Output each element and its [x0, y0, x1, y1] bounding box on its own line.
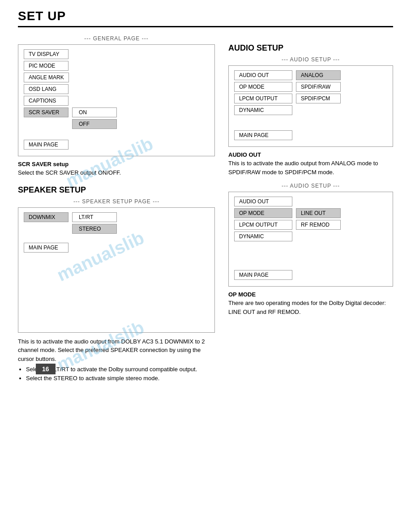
audio-setup-header: AUDIO SETUP: [228, 43, 393, 53]
audio-label1: --- AUDIO SETUP ---: [228, 56, 393, 63]
menu-row-main-page-speaker: MAIN PAGE: [24, 243, 209, 253]
audio-menu-box2: AUDIO OUT OP MODE LINE OUT LPCM OUTPUT R…: [228, 192, 393, 287]
menu-item-line-out[interactable]: LINE OUT: [296, 208, 341, 218]
menu-item-dynamic-1[interactable]: DYNAMIC: [234, 105, 292, 115]
menu-item-dynamic-2[interactable]: DYNAMIC: [234, 232, 292, 241]
speaker-label: --- SPEAKER SETUP PAGE ---: [18, 198, 215, 205]
menu-item-tv-display[interactable]: TV DISPLAY: [24, 49, 68, 59]
menu-row-main-page-audio1: MAIN PAGE: [234, 130, 387, 140]
value-ltrt[interactable]: LT/RT: [72, 212, 117, 222]
menu-item-spdif-pcm[interactable]: SPDIF/PCM: [296, 94, 341, 103]
speaker-desc: This is to activate the audio output fro…: [18, 337, 215, 364]
audio-row-audioout2: AUDIO OUT: [234, 197, 387, 206]
menu-row-captions: CAPTIONS: [24, 96, 209, 106]
menu-item-downmix[interactable]: DOWNMIX: [24, 212, 68, 222]
audio-row-audioout: AUDIO OUT ANALOG: [234, 70, 387, 80]
menu-row-scr-saver: SCR SAVER ON OFF: [24, 107, 209, 129]
menu-item-pic-mode[interactable]: PIC MODE: [24, 61, 68, 71]
value-stereo[interactable]: STEREO: [72, 224, 117, 234]
audio-row-opmode2: OP MODE LINE OUT: [234, 208, 387, 218]
menu-item-main-page-general[interactable]: MAIN PAGE: [24, 140, 68, 150]
audio-out-bold: AUDIO OUT: [228, 151, 393, 158]
menu-item-captions[interactable]: CAPTIONS: [24, 96, 68, 106]
menu-item-op-mode-1[interactable]: OP MODE: [234, 82, 292, 92]
menu-row-osd-lang: OSD LANG: [24, 84, 209, 94]
scr-saver-desc-bold: SCR SAVER setup: [18, 161, 215, 167]
value-off[interactable]: OFF: [72, 119, 117, 129]
bullet-stereo: Select the STEREO to activate simple ste…: [26, 374, 215, 383]
menu-row-downmix: DOWNMIX LT/RT STEREO: [24, 212, 209, 234]
audio-menu-box1: AUDIO OUT ANALOG OP MODE SPDIF/RAW LPCM …: [228, 65, 393, 147]
speaker-values: LT/RT STEREO: [72, 212, 117, 234]
menu-row-tv-display: TV DISPLAY: [24, 49, 209, 59]
menu-item-op-mode-2[interactable]: OP MODE: [234, 208, 292, 218]
menu-row-angle-mark: ANGLE MARK: [24, 73, 209, 82]
menu-item-analog[interactable]: ANALOG: [296, 70, 341, 80]
menu-item-spdif-raw[interactable]: SPDIF/RAW: [296, 82, 341, 92]
general-label: --- GENERAL PAGE ---: [18, 35, 215, 42]
op-mode-bold: OP MODE: [228, 291, 393, 298]
speaker-menu-box: DOWNMIX LT/RT STEREO MAIN PAGE: [18, 207, 215, 333]
menu-row-main-page-audio2: MAIN PAGE: [234, 270, 387, 280]
scr-values: ON OFF: [72, 107, 117, 129]
menu-item-scr-saver[interactable]: SCR SAVER: [24, 107, 68, 117]
audio-label2: --- AUDIO SETUP ---: [228, 183, 393, 189]
menu-row-main-page-general: MAIN PAGE: [24, 140, 209, 150]
menu-item-main-page-audio2[interactable]: MAIN PAGE: [234, 270, 292, 280]
audio-row-lpcm1: LPCM OUTPUT SPDIF/PCM: [234, 94, 387, 103]
audio-row-lpcm2: LPCM OUTPUT RF REMOD: [234, 220, 387, 230]
menu-item-osd-lang[interactable]: OSD LANG: [24, 84, 68, 94]
menu-item-rf-remod[interactable]: RF REMOD: [296, 220, 341, 230]
menu-item-main-page-audio1[interactable]: MAIN PAGE: [234, 130, 292, 140]
menu-item-lpcm-output-1[interactable]: LPCM OUTPUT: [234, 94, 292, 103]
audio-row-dynamic2: DYNAMIC: [234, 232, 387, 241]
general-menu-box: TV DISPLAY PIC MODE ANGLE MARK OSD LANG …: [18, 44, 215, 156]
menu-item-angle-mark[interactable]: ANGLE MARK: [24, 73, 69, 82]
scr-saver-desc: Select the SCR SAVER output ON/OFF.: [18, 168, 215, 177]
op-mode-desc: There are two operating modes for the Do…: [228, 299, 393, 316]
menu-item-audio-out-2[interactable]: AUDIO OUT: [234, 197, 292, 206]
audio-row-opmode1: OP MODE SPDIF/RAW: [234, 82, 387, 92]
page-number: 16: [36, 364, 56, 374]
audio-out-desc: This is to activate the audio output fro…: [228, 159, 393, 176]
menu-item-main-page-speaker[interactable]: MAIN PAGE: [24, 243, 68, 253]
audio-row-dynamic1: DYNAMIC: [234, 105, 387, 115]
page-title: SET UP: [18, 9, 393, 27]
value-on[interactable]: ON: [72, 107, 117, 117]
menu-item-audio-out-1[interactable]: AUDIO OUT: [234, 70, 292, 80]
menu-item-lpcm-output-2[interactable]: LPCM OUTPUT: [234, 220, 292, 230]
menu-row-pic-mode: PIC MODE: [24, 61, 209, 71]
speaker-setup-header: SPEAKER SETUP: [18, 185, 215, 195]
